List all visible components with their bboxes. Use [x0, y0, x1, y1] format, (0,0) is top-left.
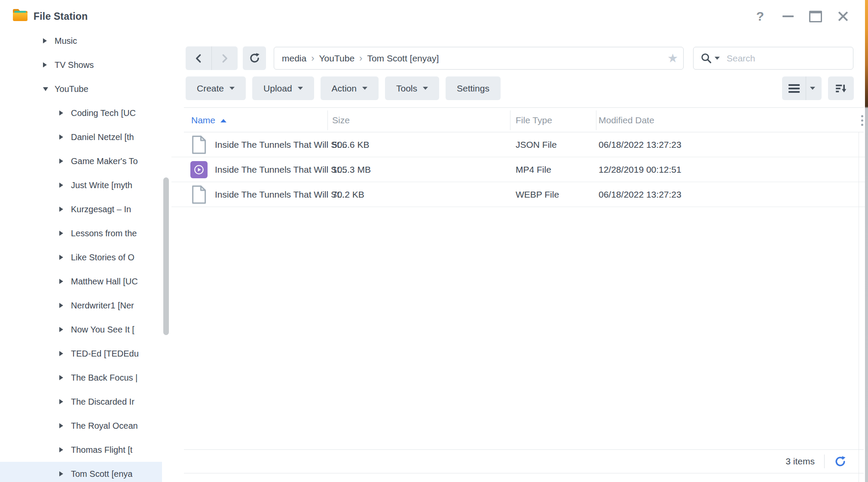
column-header-name[interactable]: Name [191, 108, 226, 133]
expand-arrow-icon[interactable] [59, 255, 63, 260]
history-nav-group [186, 46, 238, 70]
sort-button[interactable] [828, 76, 854, 100]
settings-button[interactable]: Settings [446, 76, 501, 100]
minimize-button[interactable] [780, 0, 796, 33]
table-row[interactable]: Inside The Tunnels That Will St...506.6 … [171, 132, 865, 157]
status-bar: 3 items [184, 449, 864, 473]
cell-name: Inside The Tunnels That Will St... [215, 157, 347, 182]
chevron-down-icon [810, 87, 815, 90]
cell-size: 105.3 MB [332, 157, 371, 182]
sidebar-item-now-you-see-it[interactable]: Now You See It [ [0, 317, 162, 342]
cell-modified: 06/18/2022 13:27:23 [599, 182, 682, 207]
column-divider[interactable] [327, 110, 328, 130]
search-bar [693, 47, 853, 70]
sidebar-item-tom-scott-enya[interactable]: Tom Scott [enya [0, 462, 162, 482]
sidebar-tree: MusicTV ShowsYouTubeCoding Tech [UCDanie… [0, 33, 171, 482]
breadcrumb-separator: › [306, 53, 319, 64]
sidebar-item-label: Lessons from the [71, 229, 137, 238]
refresh-button[interactable] [243, 46, 266, 70]
sidebar-item-lessons-from-the[interactable]: Lessons from the [0, 221, 162, 245]
chevron-down-icon [423, 87, 428, 90]
cell-name: Inside The Tunnels That Will St... [215, 132, 347, 157]
action-button[interactable]: Action [321, 76, 379, 100]
table-row[interactable]: Inside The Tunnels That Will St...70.2 K… [171, 182, 865, 207]
breadcrumb-segment-tom-scott-enyay[interactable]: Tom Scott [enyay] [367, 53, 439, 64]
table-row[interactable]: Inside The Tunnels That Will St...105.3 … [171, 157, 865, 182]
expand-arrow-icon[interactable] [59, 399, 63, 404]
chevron-left-icon [194, 54, 203, 63]
cell-name: Inside The Tunnels That Will St... [215, 182, 347, 207]
create-button[interactable]: Create [186, 76, 246, 100]
breadcrumb-segment-youtube[interactable]: YouTube [319, 53, 355, 64]
upload-button[interactable]: Upload [252, 76, 314, 100]
maximize-button[interactable] [808, 0, 823, 33]
column-label: Name [191, 115, 215, 125]
sidebar-item-youtube[interactable]: YouTube [0, 77, 162, 101]
sidebar-item-label: Kurzgesagt – In [71, 204, 131, 214]
expand-arrow-icon[interactable] [59, 279, 63, 284]
sidebar-item-tv-shows[interactable]: TV Shows [0, 53, 162, 77]
sidebar-item-game-maker-s-to[interactable]: Game Maker's To [0, 149, 162, 173]
collapse-arrow-icon[interactable] [43, 87, 48, 91]
sidebar-item-the-royal-ocean[interactable]: The Royal Ocean [0, 414, 162, 438]
expand-arrow-icon[interactable] [59, 134, 63, 140]
sidebar-item-nerdwriter1-ner[interactable]: Nerdwriter1 [Ner [0, 293, 162, 317]
sidebar-item-the-discarded-ir[interactable]: The Discarded Ir [0, 390, 162, 414]
expand-arrow-icon[interactable] [59, 351, 63, 356]
minimize-icon [782, 15, 794, 17]
expand-arrow-icon[interactable] [59, 327, 63, 332]
desktop-edge-strip [865, 0, 868, 482]
chevron-down-icon [298, 87, 303, 90]
document-file-icon [190, 185, 208, 204]
sidebar-scrollbar-thumb[interactable] [163, 177, 169, 335]
file-station-folder-icon [12, 6, 29, 24]
breadcrumb-segment-media[interactable]: media [282, 53, 306, 64]
close-button[interactable] [835, 0, 851, 33]
tools-button[interactable]: Tools [385, 76, 439, 100]
sidebar-item-the-back-focus[interactable]: The Back Focus | [0, 366, 162, 390]
expand-arrow-icon[interactable] [59, 231, 63, 236]
status-refresh-button[interactable] [834, 455, 847, 468]
refresh-icon [249, 52, 260, 64]
expand-arrow-icon[interactable] [59, 159, 63, 164]
button-label: Create [197, 83, 224, 94]
column-divider[interactable] [510, 110, 510, 130]
sidebar-item-label: Just Write [myth [71, 180, 132, 190]
expand-arrow-icon[interactable] [59, 110, 63, 116]
expand-arrow-icon[interactable] [43, 38, 47, 43]
expand-arrow-icon[interactable] [59, 303, 63, 308]
search-input[interactable] [726, 53, 847, 64]
app-title: File Station [34, 0, 88, 33]
column-header-size[interactable]: Size [332, 108, 350, 133]
sidebar-item-coding-tech-uc[interactable]: Coding Tech [UC [0, 101, 162, 125]
view-mode-button[interactable] [782, 76, 822, 100]
column-label: File Type [516, 115, 552, 125]
expand-arrow-icon[interactable] [43, 62, 47, 67]
expand-arrow-icon[interactable] [59, 183, 63, 188]
main-panel: media›YouTube›Tom Scott [enyay] ★ Create… [171, 33, 865, 482]
column-header-file-type[interactable]: File Type [516, 108, 552, 133]
sidebar-item-music[interactable]: Music [0, 33, 162, 53]
expand-arrow-icon[interactable] [59, 207, 63, 212]
sidebar-item-label: Like Stories of O [71, 253, 134, 262]
sidebar-item-label: Music [55, 36, 77, 46]
column-divider[interactable] [596, 110, 596, 130]
sidebar-item-matthew-hall-uc[interactable]: Matthew Hall [UC [0, 269, 162, 293]
expand-arrow-icon[interactable] [59, 423, 63, 428]
sidebar-item-kurzgesagt-in[interactable]: Kurzgesagt – In [0, 197, 162, 221]
expand-arrow-icon[interactable] [59, 447, 63, 452]
favorite-star-icon[interactable]: ★ [667, 52, 678, 64]
forward-button[interactable] [212, 46, 238, 70]
sidebar-item-like-stories-of-o[interactable]: Like Stories of O [0, 245, 162, 269]
button-label: Upload [263, 83, 292, 94]
back-button[interactable] [186, 46, 211, 70]
search-options-button[interactable] [700, 52, 720, 64]
sidebar-item-thomas-flight-t[interactable]: Thomas Flight [t [0, 438, 162, 462]
sidebar-item-daniel-netzel-th[interactable]: Daniel Netzel [th [0, 125, 162, 149]
sidebar-item-ted-ed-tededu[interactable]: TED-Ed [TEDEdu [0, 342, 162, 366]
sidebar-item-just-write-myth[interactable]: Just Write [myth [0, 173, 162, 197]
help-button[interactable]: ? [753, 0, 767, 33]
expand-arrow-icon[interactable] [59, 471, 63, 476]
expand-arrow-icon[interactable] [59, 375, 63, 380]
column-header-modified-date[interactable]: Modified Date [599, 108, 654, 133]
